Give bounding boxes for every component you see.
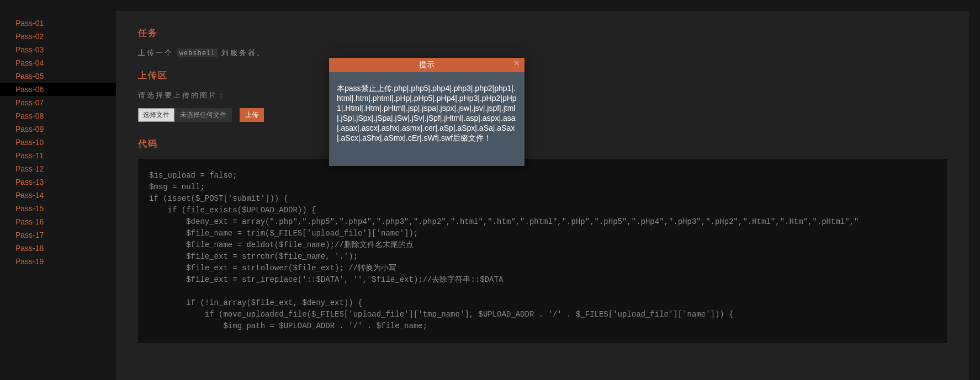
task-heading: 任务 (138, 28, 947, 39)
modal-header: 提示 ✕ (329, 58, 525, 72)
sidebar-item-pass-19[interactable]: Pass-19 (0, 255, 116, 268)
upload-row: 选择文件 未选择任何文件 上传 (138, 108, 947, 122)
file-placeholder-text: 未选择任何文件 (174, 110, 232, 120)
hint-modal: 提示 ✕ 本pass禁止上传.php|.php5|.php4|.php3|.ph… (329, 58, 525, 166)
close-icon[interactable]: ✕ (513, 59, 520, 68)
sidebar-item-pass-02[interactable]: Pass-02 (0, 30, 116, 43)
sidebar-item-pass-01[interactable]: Pass-01 (0, 17, 116, 30)
choose-file-button[interactable]: 选择文件 (138, 108, 174, 122)
sidebar-item-pass-13[interactable]: Pass-13 (0, 175, 116, 189)
task-desc-suffix: 到服务器。 (221, 49, 266, 57)
upload-heading: 上传区 (138, 70, 947, 82)
sidebar: Pass-01 Pass-02 Pass-03 Pass-04 Pass-05 … (0, 17, 116, 268)
sidebar-item-pass-17[interactable]: Pass-17 (0, 228, 116, 242)
sidebar-item-pass-09[interactable]: Pass-09 (0, 122, 116, 136)
modal-title: 提示 (419, 60, 435, 69)
sidebar-item-pass-18[interactable]: Pass-18 (0, 242, 116, 255)
sidebar-item-pass-16[interactable]: Pass-16 (0, 215, 116, 228)
sidebar-item-pass-14[interactable]: Pass-14 (0, 189, 116, 202)
file-input[interactable]: 选择文件 未选择任何文件 (138, 108, 232, 122)
sidebar-item-pass-03[interactable]: Pass-03 (0, 43, 116, 56)
task-description: 上传一个 webshell 到服务器。 (138, 48, 947, 58)
code-block: $is_upload = false; $msg = null; if (iss… (138, 159, 947, 343)
task-desc-code: webshell (177, 49, 218, 57)
sidebar-item-pass-04[interactable]: Pass-04 (0, 56, 116, 69)
task-desc-prefix: 上传一个 (138, 49, 173, 57)
upload-button[interactable]: 上传 (240, 108, 264, 122)
sidebar-item-pass-07[interactable]: Pass-07 (0, 96, 116, 109)
modal-body: 本pass禁止上传.php|.php5|.php4|.php3|.php2|ph… (329, 72, 525, 166)
code-heading: 代码 (138, 138, 947, 150)
sidebar-item-pass-06[interactable]: Pass-06 (0, 83, 116, 96)
sidebar-item-pass-12[interactable]: Pass-12 (0, 162, 116, 175)
main-content: 任务 上传一个 webshell 到服务器。 上传区 请选择要上传的图片： 选择… (116, 11, 969, 380)
sidebar-item-pass-08[interactable]: Pass-08 (0, 109, 116, 122)
sidebar-item-pass-05[interactable]: Pass-05 (0, 69, 116, 83)
sidebar-item-pass-10[interactable]: Pass-10 (0, 136, 116, 149)
sidebar-item-pass-15[interactable]: Pass-15 (0, 202, 116, 215)
sidebar-item-pass-11[interactable]: Pass-11 (0, 149, 116, 162)
upload-label: 请选择要上传的图片： (138, 90, 947, 100)
